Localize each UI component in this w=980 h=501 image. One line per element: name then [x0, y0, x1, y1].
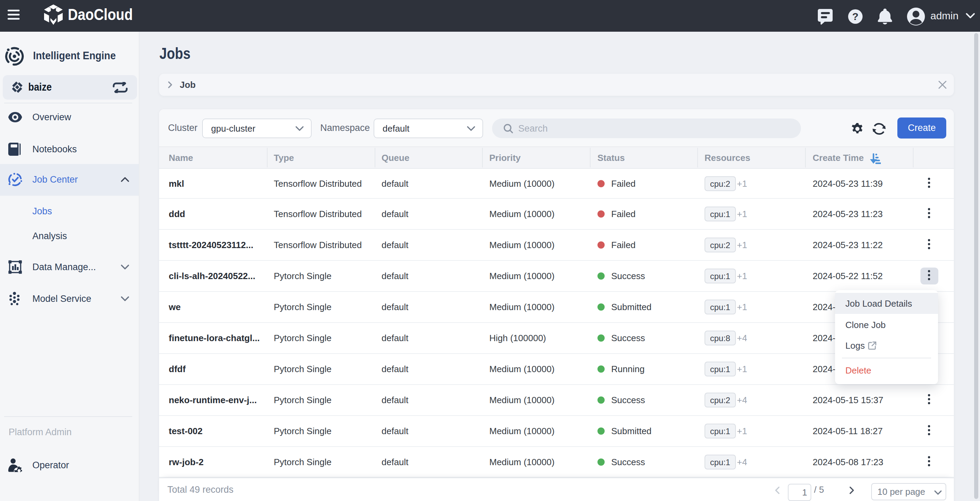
svg-text:?: ?	[852, 11, 858, 22]
